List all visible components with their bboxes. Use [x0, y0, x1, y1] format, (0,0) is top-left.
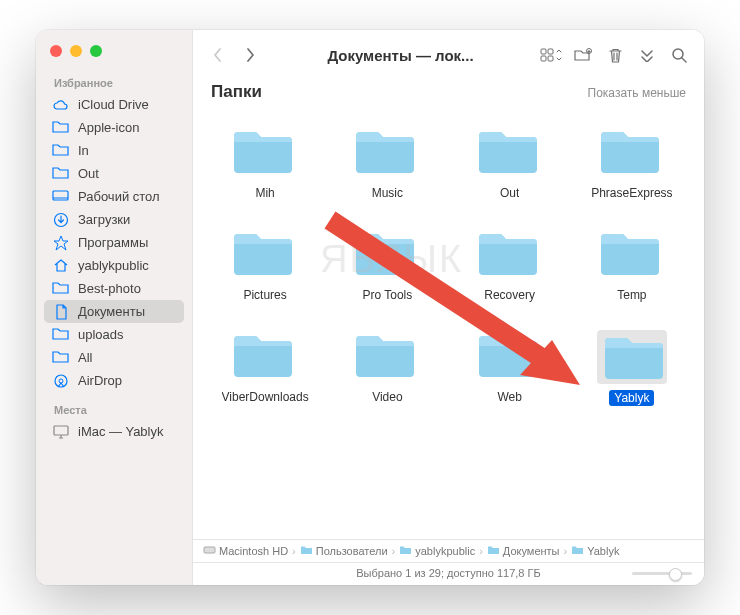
sidebar-item-label: Out: [78, 166, 99, 181]
sidebar-item-label: AirDrop: [78, 373, 122, 388]
group-button[interactable]: [570, 43, 596, 67]
sidebar-item-label: uploads: [78, 327, 124, 342]
folder-icon: [597, 228, 667, 282]
sidebar-item-best-photo[interactable]: Best-photo: [44, 277, 184, 300]
sidebar-item-airdrop[interactable]: AirDrop: [44, 369, 184, 392]
sidebar-section-favorites: Избранное: [36, 75, 192, 93]
maximize-window-button[interactable]: [90, 45, 102, 57]
sidebar-item-label: Рабочий стол: [78, 189, 160, 204]
sidebar-item-программы[interactable]: Программы: [44, 231, 184, 254]
sidebar-item-label: iCloud Drive: [78, 97, 149, 112]
chevron-right-icon: ›: [564, 545, 568, 557]
folder-label: Pro Tools: [362, 288, 412, 302]
sidebar-item-yablykpublic[interactable]: yablykpublic: [44, 254, 184, 277]
folder-item[interactable]: Out: [454, 122, 566, 204]
folder-label: Temp: [617, 288, 646, 302]
finder-window: Избранное iCloud DriveApple-iconInOutРаб…: [36, 30, 704, 585]
path-segment[interactable]: yablykpublic: [399, 545, 475, 557]
home-icon: [52, 258, 69, 273]
folder-label: Video: [372, 390, 402, 404]
show-less-link[interactable]: Показать меньше: [588, 86, 686, 100]
svg-rect-8: [548, 56, 553, 61]
folder-item[interactable]: ViberDownloads: [209, 326, 321, 410]
sidebar-item-документы[interactable]: Документы: [44, 300, 184, 323]
folder-icon: [52, 281, 69, 296]
folder-item[interactable]: PhraseExpress: [576, 122, 688, 204]
path-label: Пользователи: [316, 545, 388, 557]
sidebar-item-label: In: [78, 143, 89, 158]
folder-item[interactable]: Temp: [576, 224, 688, 306]
folder-label: Out: [500, 186, 519, 200]
folder-label: ViberDownloads: [222, 390, 309, 404]
path-segment[interactable]: Yablyk: [571, 545, 619, 557]
folder-label: Yablyk: [609, 390, 654, 406]
sidebar-item-рабочий-стол[interactable]: Рабочий стол: [44, 185, 184, 208]
sidebar-section-places: Места: [36, 402, 192, 420]
folder-item[interactable]: Pictures: [209, 224, 321, 306]
sidebar-item-all[interactable]: All: [44, 346, 184, 369]
folder-item[interactable]: Web: [454, 326, 566, 410]
path-label: Документы: [503, 545, 560, 557]
section-title: Папки: [211, 82, 262, 102]
window-title: Документы — лок...: [269, 47, 532, 64]
sidebar-item-label: yablykpublic: [78, 258, 149, 273]
folder-icon: [52, 143, 69, 158]
folder-icon: [300, 545, 313, 557]
folder-icon: [352, 228, 422, 282]
folder-label: Recovery: [484, 288, 535, 302]
search-button[interactable]: [666, 43, 692, 67]
folder-icon: [475, 330, 545, 384]
sidebar-item-label: Apple-icon: [78, 120, 139, 135]
airdrop-icon: [52, 373, 69, 388]
more-button[interactable]: [634, 43, 660, 67]
sidebar-item-label: iMac — Yablyk: [78, 424, 164, 439]
svg-point-2: [55, 375, 67, 387]
sidebar-item-label: All: [78, 350, 92, 365]
folder-icon: [52, 120, 69, 135]
folder-item[interactable]: Yablyk: [576, 326, 688, 410]
close-window-button[interactable]: [50, 45, 62, 57]
sidebar-place-imac-yablyk[interactable]: iMac — Yablyk: [44, 420, 184, 443]
path-segment[interactable]: Документы: [487, 545, 560, 557]
folder-label: PhraseExpress: [591, 186, 672, 200]
back-button[interactable]: [205, 43, 231, 67]
folder-item[interactable]: Pro Tools: [331, 224, 443, 306]
sidebar-item-icloud-drive[interactable]: iCloud Drive: [44, 93, 184, 116]
folder-label: Music: [372, 186, 403, 200]
path-segment[interactable]: Macintosh HD: [203, 545, 288, 557]
svg-rect-4: [54, 426, 68, 435]
folder-icon: [475, 126, 545, 180]
svg-rect-6: [548, 49, 553, 54]
view-options-button[interactable]: [538, 43, 564, 67]
folder-icon: [487, 545, 500, 557]
trash-button[interactable]: [602, 43, 628, 67]
folder-item[interactable]: Mih: [209, 122, 321, 204]
folder-item[interactable]: Video: [331, 326, 443, 410]
forward-button[interactable]: [237, 43, 263, 67]
folder-label: Web: [497, 390, 521, 404]
desktop-icon: [52, 189, 69, 204]
folder-item[interactable]: Recovery: [454, 224, 566, 306]
documents-icon: [52, 304, 69, 319]
main-area: Документы — лок... Папки Показать меньше…: [193, 30, 704, 585]
sidebar-item-label: Загрузки: [78, 212, 130, 227]
svg-rect-5: [541, 49, 546, 54]
path-label: yablykpublic: [415, 545, 475, 557]
path-segment[interactable]: Пользователи: [300, 545, 388, 557]
sidebar-item-загрузки[interactable]: Загрузки: [44, 208, 184, 231]
folder-icon: [352, 126, 422, 180]
folder-item[interactable]: Music: [331, 122, 443, 204]
sidebar-item-in[interactable]: In: [44, 139, 184, 162]
sidebar-item-out[interactable]: Out: [44, 162, 184, 185]
status-text: Выбрано 1 из 29; доступно 117,8 ГБ: [356, 567, 540, 579]
sidebar-item-uploads[interactable]: uploads: [44, 323, 184, 346]
folder-icon: [352, 330, 422, 384]
minimize-window-button[interactable]: [70, 45, 82, 57]
folder-icon: [399, 545, 412, 557]
folder-icon: [597, 126, 667, 180]
apps-icon: [52, 235, 69, 250]
status-bar: Выбрано 1 из 29; доступно 117,8 ГБ: [193, 562, 704, 585]
sidebar-item-apple-icon[interactable]: Apple-icon: [44, 116, 184, 139]
icon-size-slider[interactable]: [632, 572, 692, 575]
folder-icon: [230, 228, 300, 282]
